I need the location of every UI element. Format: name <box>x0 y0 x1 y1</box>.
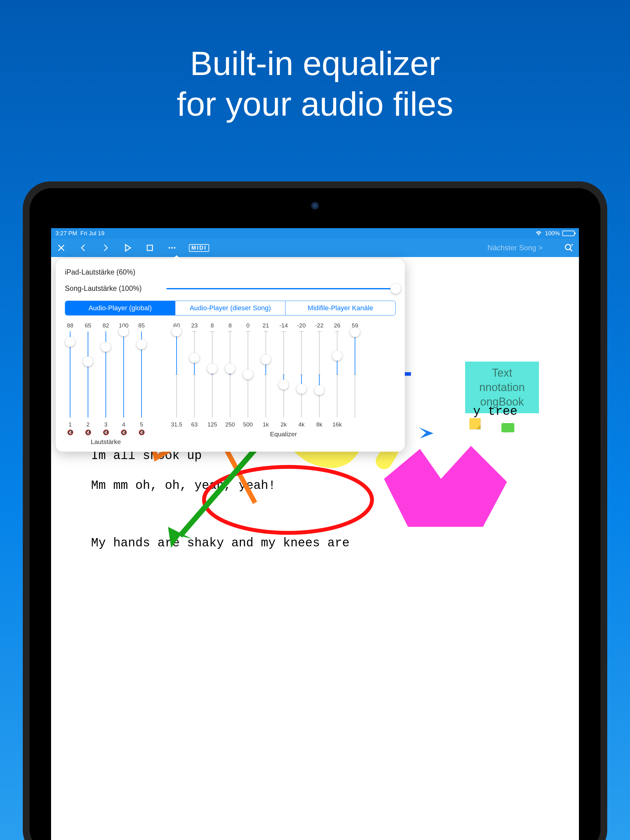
more-button[interactable] <box>167 243 177 253</box>
volume-slider-group: 881🔇652🔇823🔇1004🔇855🔇 <box>65 322 147 436</box>
song-volume-slider[interactable] <box>166 288 396 289</box>
slider-label: 1k <box>263 421 269 428</box>
svg-point-1 <box>169 247 170 249</box>
search-button[interactable] <box>564 243 574 253</box>
slider-value: 85 <box>138 322 144 329</box>
slider-value: 8 <box>229 322 232 329</box>
mute-icon[interactable]: 🔇 <box>85 429 91 436</box>
eq-slider-8k[interactable]: -228k <box>314 322 324 428</box>
close-button[interactable] <box>56 243 66 253</box>
volume-slider-1[interactable]: 881🔇 <box>65 322 75 436</box>
eq-slider-2k[interactable]: -142k <box>279 322 289 428</box>
eq-slider-[interactable]: 59 <box>350 322 360 428</box>
slider-label: 500 <box>243 421 253 428</box>
slider-label: 1 <box>69 421 72 428</box>
eq-slider-16k[interactable]: 2616k <box>332 322 342 428</box>
lyric-line-4: Mm mm oh, oh, yeah, yeah! <box>91 479 579 493</box>
svg-point-4 <box>565 245 571 250</box>
wifi-icon <box>535 231 542 236</box>
svg-point-2 <box>171 247 173 249</box>
eq-slider-4k[interactable]: -204k <box>296 322 307 428</box>
slider-label: 63 <box>191 421 198 428</box>
mute-icon[interactable]: 🔇 <box>103 429 109 436</box>
mute-icon[interactable]: 🔇 <box>138 429 145 436</box>
mute-icon[interactable]: 🔇 <box>120 429 127 436</box>
ipad-volume-label: iPad-Lautstärke (60%) <box>65 268 166 276</box>
slider-label: 4 <box>122 421 125 428</box>
slider-value: 26 <box>334 322 340 329</box>
slider-value: 0 <box>246 322 250 329</box>
equalizer-slider-group: 6031.52363812582500500211k-142k-204k-228… <box>171 322 396 428</box>
slider-label: 4k <box>298 421 304 428</box>
screen: 3:27 PM Fri Jul 19 100% <box>51 228 579 840</box>
eq-slider-250[interactable]: 8250 <box>225 322 235 428</box>
svg-rect-0 <box>147 245 152 250</box>
sticky-note-icon[interactable] <box>469 418 481 429</box>
slider-label: 250 <box>225 421 235 428</box>
tablet-frame: 3:27 PM Fri Jul 19 100% <box>23 182 607 840</box>
slider-value: -14 <box>279 322 288 329</box>
headline: Built-in equalizer for your audio files <box>0 0 630 124</box>
slider-value: 23 <box>191 322 198 329</box>
slider-label: 2k <box>280 421 287 428</box>
statusbar-time: 3:27 PM Fri Jul 19 <box>55 230 104 237</box>
next-song-button[interactable]: Nächster Song > <box>488 243 543 252</box>
midi-badge[interactable]: MIDI <box>189 244 209 252</box>
toolbar: MIDI Nächster Song > <box>51 238 579 257</box>
slider-label: 8k <box>316 421 322 428</box>
popover-caret <box>171 255 182 261</box>
eq-slider-125[interactable]: 8125 <box>207 322 217 428</box>
volume-slider-3[interactable]: 823🔇 <box>101 322 111 436</box>
slider-label: 31.5 <box>171 421 182 428</box>
prev-button[interactable] <box>78 243 89 253</box>
statusbar-right: 100% <box>535 230 575 237</box>
slider-value: 21 <box>263 322 269 329</box>
slider-value: 88 <box>67 322 73 329</box>
stop-button[interactable] <box>144 243 155 253</box>
slider-value: 82 <box>103 322 109 329</box>
volume-slider-2[interactable]: 652🔇 <box>83 322 93 436</box>
lyric-line-5: My hands are shaky and my knees are <box>91 536 579 550</box>
volume-slider-4[interactable]: 1004🔇 <box>119 322 129 436</box>
song-volume-label: Song-Lautstärke (100%) <box>65 284 166 293</box>
player-segment-control: Audio-Player (global) Audio-Player (dies… <box>65 301 396 316</box>
eq-slider-1k[interactable]: 211k <box>261 322 271 428</box>
eq-slider-31.5[interactable]: 6031.5 <box>171 322 182 428</box>
svg-point-3 <box>174 247 175 249</box>
slider-label: 5 <box>140 421 143 428</box>
slider-value: -22 <box>315 322 323 329</box>
volume-group-caption: Lautstärke <box>65 438 147 445</box>
slider-value: -20 <box>297 322 306 329</box>
lyric-fragment-tree: y tree <box>473 405 518 418</box>
volume-slider-5[interactable]: 855🔇 <box>136 322 147 436</box>
slider-value: 8 <box>211 322 214 329</box>
camera-icon <box>311 202 319 210</box>
eq-slider-500[interactable]: 0500 <box>243 322 253 428</box>
segment-midifile[interactable]: Midifile-Player Kanäle <box>285 301 395 315</box>
chat-bubble-icon[interactable] <box>502 423 514 432</box>
next-button[interactable] <box>100 243 111 253</box>
slider-label: 125 <box>207 421 217 428</box>
slider-label: 16k <box>332 421 342 428</box>
slider-value: 65 <box>85 322 91 329</box>
equalizer-group-caption: Equalizer <box>171 431 396 438</box>
slider-label: 2 <box>86 421 90 428</box>
segment-audio-song[interactable]: Audio-Player (dieser Song) <box>175 301 285 315</box>
segment-audio-global[interactable]: Audio-Player (global) <box>65 301 175 315</box>
slider-label: 3 <box>104 421 108 428</box>
battery-icon <box>562 231 575 236</box>
play-button[interactable] <box>122 243 133 253</box>
mute-icon[interactable]: 🔇 <box>67 429 73 436</box>
equalizer-popover: iPad-Lautstärke (60%) Song-Lautstärke (1… <box>56 259 405 452</box>
eq-slider-63[interactable]: 2363 <box>189 322 199 428</box>
battery-pct: 100% <box>545 230 560 237</box>
statusbar: 3:27 PM Fri Jul 19 100% <box>51 228 579 238</box>
